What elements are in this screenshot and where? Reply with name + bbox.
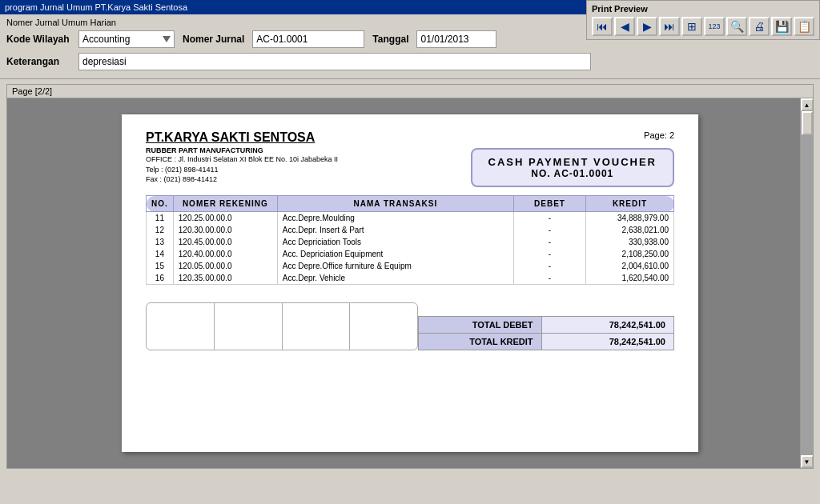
cell-no: 14 bbox=[147, 248, 174, 260]
nomer-jurnal-label: Nomer Jurnal bbox=[183, 34, 244, 45]
print-preview-buttons: ⏮ ◀ ▶ ⏭ ⊞ 123 🔍 🖨 💾 📋 bbox=[592, 17, 814, 36]
company-name: PT.KARYA SAKTI SENTOSA bbox=[146, 130, 338, 145]
cell-kredit: 2,108,250.00 bbox=[586, 248, 674, 260]
cell-transaksi: Acc.Depre.Moulding bbox=[277, 212, 513, 225]
cell-kredit: 2,004,610.00 bbox=[586, 260, 674, 272]
pp-next-button[interactable]: ▶ bbox=[637, 17, 657, 36]
pp-save-button[interactable]: 💾 bbox=[771, 17, 792, 36]
total-kredit-value: 78,242,541.00 bbox=[541, 334, 673, 350]
total-kredit-row: TOTAL KREDIT 78,242,541.00 bbox=[419, 334, 674, 350]
pp-last-button[interactable]: ⏭ bbox=[659, 17, 680, 36]
totals-table: TOTAL DEBET 78,242,541.00 TOTAL KREDIT 7… bbox=[418, 316, 674, 350]
cell-debet: - bbox=[514, 224, 586, 236]
cell-no: 13 bbox=[147, 236, 174, 248]
th-no: NO. bbox=[147, 196, 174, 212]
scrollbar[interactable]: ▲ ▼ bbox=[800, 98, 813, 468]
total-kredit-label: TOTAL KREDIT bbox=[419, 334, 542, 350]
totals-section: TOTAL DEBET 78,242,541.00 TOTAL KREDIT 7… bbox=[418, 316, 674, 350]
table-row: 15 120.05.00.00.0 Acc Depre.Office furni… bbox=[147, 260, 674, 272]
table-row: 12 120.30.00.00.0 Acc.Depr. Insert & Par… bbox=[147, 224, 674, 236]
tanggal-input[interactable] bbox=[416, 30, 496, 48]
form-row-2: Keterangan bbox=[6, 53, 814, 70]
cell-rekening: 120.35.00.00.0 bbox=[173, 272, 277, 285]
cell-debet: - bbox=[514, 212, 586, 225]
nomer-jurnal-input[interactable] bbox=[252, 30, 364, 48]
scroll-down-button[interactable]: ▼ bbox=[801, 455, 814, 468]
cell-debet: - bbox=[514, 248, 586, 260]
cell-transaksi: Acc.Depr. Insert & Part bbox=[277, 224, 513, 236]
company-sub: RUBBER PART MANUFACTURING bbox=[146, 146, 338, 154]
total-debet-value: 78,242,541.00 bbox=[541, 317, 673, 334]
table-row: 16 120.35.00.00.0 Acc.Depr. Vehicle - 1,… bbox=[147, 272, 674, 285]
cell-no: 11 bbox=[147, 212, 174, 225]
page-panel-label: Page [2/2] bbox=[12, 86, 52, 96]
company-address-2: Telp : (021) 898-41411 bbox=[146, 165, 338, 175]
print-preview-toolbar: Print Preview ⏮ ◀ ▶ ⏭ ⊞ 123 🔍 🖨 💾 📋 bbox=[586, 0, 820, 40]
kode-wilayah-label: Kode Wilayah bbox=[6, 34, 70, 45]
company-address-1: OFFICE : Jl. Industri Selatan XI Blok EE… bbox=[146, 154, 338, 165]
cell-kredit: 2,638,021.00 bbox=[586, 224, 674, 236]
cell-kredit: 330,938.00 bbox=[586, 236, 674, 248]
print-preview-label: Print Preview bbox=[592, 4, 814, 14]
table-row: 14 120.40.00.00.0 Acc. Depriciation Equi… bbox=[147, 248, 674, 260]
total-debet-label: TOTAL DEBET bbox=[419, 317, 542, 334]
cell-no: 12 bbox=[147, 224, 174, 236]
pp-print-button[interactable]: 🖨 bbox=[749, 17, 770, 36]
scroll-thumb[interactable] bbox=[802, 111, 813, 135]
pp-prev-button[interactable]: ◀ bbox=[614, 17, 635, 36]
cell-kredit: 34,888,979.00 bbox=[586, 212, 674, 225]
th-debet: DEBET bbox=[514, 196, 586, 212]
page-panel: Page [2/2] PT.KARYA SAKTI SENTOSA RUBBER… bbox=[6, 84, 814, 469]
cell-no: 16 bbox=[147, 272, 174, 285]
pp-zoom-button[interactable]: 🔍 bbox=[726, 17, 747, 36]
pp-grid-button[interactable]: ⊞ bbox=[681, 17, 702, 36]
pp-num-button[interactable]: 123 bbox=[704, 17, 725, 36]
keterangan-input[interactable] bbox=[78, 53, 591, 70]
pp-copy-button[interactable]: 📋 bbox=[794, 17, 814, 36]
cell-transaksi: Acc.Depr. Vehicle bbox=[277, 272, 513, 285]
th-transaksi: NAMA TRANSAKSI bbox=[277, 196, 513, 212]
transaction-table: NO. NOMER REKENING NAMA TRANSAKSI DEBET … bbox=[146, 195, 674, 285]
bottom-section: TOTAL DEBET 78,242,541.00 TOTAL KREDIT 7… bbox=[146, 298, 674, 350]
company-info: PT.KARYA SAKTI SENTOSA RUBBER PART MANUF… bbox=[146, 130, 338, 185]
total-debet-row: TOTAL DEBET 78,242,541.00 bbox=[419, 317, 674, 334]
cell-rekening: 120.25.00.00.0 bbox=[173, 212, 277, 225]
cell-transaksi: Acc Depre.Office furniture & Equipm bbox=[277, 260, 513, 272]
cell-debet: - bbox=[514, 272, 586, 285]
signatures-area bbox=[146, 302, 418, 350]
table-row: 11 120.25.00.00.0 Acc.Depre.Moulding - 3… bbox=[147, 212, 674, 225]
sig-cell-4 bbox=[350, 303, 417, 350]
window-title: program Jurnal Umum PT.Karya Sakti Sento… bbox=[5, 2, 187, 12]
page-panel-header: Page [2/2] bbox=[7, 85, 813, 98]
cell-rekening: 120.05.00.00.0 bbox=[173, 260, 277, 272]
kode-wilayah-dropdown[interactable]: Accounting bbox=[78, 30, 175, 48]
scroll-up-button[interactable]: ▲ bbox=[801, 98, 814, 111]
th-kredit: KREDIT bbox=[586, 196, 674, 212]
cell-debet: - bbox=[514, 236, 586, 248]
table-row: 13 120.45.00.00.0 Acc Depriciation Tools… bbox=[147, 236, 674, 248]
cell-transaksi: Acc. Depriciation Equipment bbox=[277, 248, 513, 260]
keterangan-label: Keterangan bbox=[6, 56, 70, 67]
tanggal-label: Tanggal bbox=[372, 34, 408, 45]
doc-header: PT.KARYA SAKTI SENTOSA RUBBER PART MANUF… bbox=[146, 130, 674, 187]
cell-no: 15 bbox=[147, 260, 174, 272]
pp-first-button[interactable]: ⏮ bbox=[592, 17, 613, 36]
cell-transaksi: Acc Depriciation Tools bbox=[277, 236, 513, 248]
scroll-track bbox=[801, 111, 814, 455]
sig-cell-1 bbox=[147, 303, 215, 350]
cell-debet: - bbox=[514, 260, 586, 272]
page-panel-content: PT.KARYA SAKTI SENTOSA RUBBER PART MANUF… bbox=[7, 98, 813, 468]
cell-rekening: 120.45.00.00.0 bbox=[173, 236, 277, 248]
table-header-row: NO. NOMER REKENING NAMA TRANSAKSI DEBET … bbox=[147, 196, 674, 212]
page-number: Page: 2 bbox=[644, 130, 674, 140]
company-address-3: Fax : (021) 898-41412 bbox=[146, 174, 338, 185]
cell-rekening: 120.40.00.00.0 bbox=[173, 248, 277, 260]
cell-kredit: 1,620,540.00 bbox=[586, 272, 674, 285]
document: PT.KARYA SAKTI SENTOSA RUBBER PART MANUF… bbox=[122, 114, 698, 452]
cell-rekening: 120.30.00.00.0 bbox=[173, 224, 277, 236]
th-rekening: NOMER REKENING bbox=[173, 196, 277, 212]
voucher-section: Page: 2 CASH PAYMENT VOUCHER NO. AC-01.0… bbox=[471, 130, 674, 187]
voucher-no: NO. AC-01.0001 bbox=[488, 168, 657, 179]
sig-cell-2 bbox=[215, 303, 283, 350]
sig-cell-3 bbox=[283, 303, 351, 350]
